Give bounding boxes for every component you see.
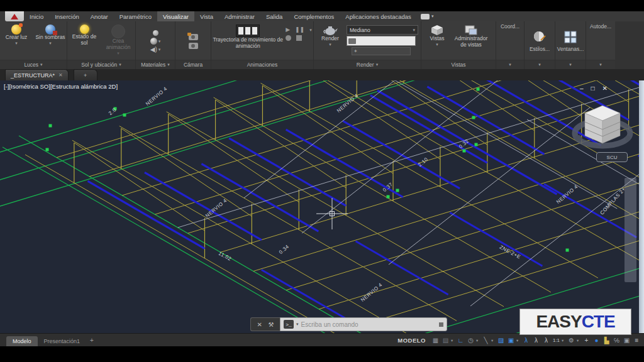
chevron-down-icon[interactable]: ▾	[158, 47, 161, 52]
ribbon-tab-administrar[interactable]: Administrar	[219, 11, 260, 21]
model-tab[interactable]: Modelo	[6, 336, 38, 346]
sun-icon	[80, 25, 89, 34]
ribbon-tab-vista[interactable]: Vista	[194, 11, 219, 21]
chevron-down-icon[interactable]: ▾	[431, 14, 434, 19]
close-icon[interactable]: ✕	[58, 72, 63, 78]
chevron-down-icon[interactable]: ▾	[476, 338, 480, 343]
chevron-down-icon[interactable]: ▾	[158, 39, 161, 44]
panel-ventanas-footer[interactable]: ▾	[555, 60, 586, 69]
wrench-icon[interactable]: ⚒	[268, 321, 274, 328]
pause-icon[interactable]: ❚❚	[295, 27, 304, 33]
annotation-monitor-icon[interactable]: +	[582, 336, 591, 345]
ribbon-tab-inicio[interactable]: Inicio	[24, 11, 49, 21]
panel-autodesk-footer[interactable]: ▾	[586, 60, 615, 69]
play-icon[interactable]: ▶	[286, 27, 290, 33]
viewcube[interactable]	[570, 94, 635, 152]
crear-luz-button[interactable]: Crear luz ▾	[1, 23, 32, 46]
chevron-down-icon[interactable]: ▾	[309, 28, 312, 32]
model-viewport[interactable]: [-][Isométrica SO][Estructura alámbrica …	[0, 80, 644, 333]
panel-materiales-footer[interactable]: Materiales ▾	[136, 60, 175, 69]
ortho-icon[interactable]: ◷	[466, 336, 475, 345]
chevron-down-icon: ▾	[119, 62, 121, 67]
autocad-logo-icon[interactable]	[5, 11, 24, 21]
ribbon-tab-aplicaciones-destacadas[interactable]: Aplicaciones destacadas	[340, 11, 417, 21]
file-tab-label: _ESTRUCTURA*	[11, 72, 55, 79]
panel-animaciones-footer[interactable]: Animaciones	[211, 60, 313, 69]
chevron-down-icon[interactable]: ▾	[577, 338, 581, 343]
isometric-draft-icon[interactable]: ▨	[496, 336, 506, 345]
navigation-bar[interactable]	[625, 178, 636, 282]
panel-luces-footer[interactable]: Luces ▾	[0, 60, 67, 69]
chevron-down-icon[interactable]: ▾	[451, 338, 455, 343]
panel-sol-footer[interactable]: Sol y ubicación ▾	[67, 60, 135, 69]
render-quality-select[interactable]: Mediano ▾	[347, 25, 418, 35]
record-icon[interactable]	[286, 35, 291, 41]
ribbon: Crear luz ▾ Sin sombras ▾ Luces ▾ Estado…	[0, 21, 644, 69]
ribbon-tab-anotar[interactable]: Anotar	[85, 11, 114, 21]
annotation-visibility-icon[interactable]: λ	[521, 336, 531, 345]
sin-sombras-button[interactable]: Sin sombras ▾	[35, 23, 66, 46]
visual-style-icon[interactable]	[533, 31, 547, 43]
workspace-gear-icon[interactable]: ⚙	[567, 336, 576, 345]
panel-estilos-footer[interactable]: ▾	[525, 60, 555, 69]
chevron-down-icon[interactable]: ▾	[516, 338, 521, 343]
minimize-icon[interactable]: –	[580, 85, 584, 92]
close-icon[interactable]: ✕	[257, 321, 262, 328]
sky-animation-icon	[111, 25, 125, 38]
estado-de-sol-button[interactable]: Estado de sol	[69, 23, 100, 47]
render-button[interactable]: Render ▾	[316, 23, 344, 47]
render-output-field[interactable]	[347, 36, 416, 46]
show-cameras-icon[interactable]	[189, 43, 198, 49]
viewports-icon[interactable]	[564, 31, 577, 43]
polar-tracking-icon[interactable]: ╲	[481, 336, 491, 345]
vistas-button[interactable]: Vistas ▾	[426, 23, 448, 47]
autoscale-icon[interactable]: λ	[531, 336, 541, 345]
screencast-icon[interactable]	[421, 14, 430, 19]
layout1-tab[interactable]: Presentación1	[38, 336, 87, 346]
restore-icon[interactable]: □	[591, 85, 595, 92]
material-mapping-icon[interactable]: ◀)	[150, 47, 157, 53]
panel-vistas-footer[interactable]: Vistas	[421, 60, 496, 69]
panel-coord-footer[interactable]: ▾	[496, 60, 524, 69]
ribbon-tab-param-trico[interactable]: Paramétrico	[114, 11, 157, 21]
quick-properties-icon[interactable]: ▙	[602, 336, 611, 345]
panel-render-footer[interactable]: Render ▾	[314, 60, 421, 69]
wireframe-drawing[interactable]	[0, 80, 644, 333]
chevron-down-icon[interactable]: ▾	[491, 338, 496, 343]
administrador-vistas-button[interactable]: Administrador de vistas	[451, 23, 491, 48]
material-browser-icon[interactable]	[153, 30, 158, 36]
create-camera-icon[interactable]	[189, 34, 198, 40]
render-size-field[interactable]: ✦	[352, 47, 411, 55]
units-icon[interactable]: ●	[592, 336, 601, 345]
chevron-down-icon[interactable]: ▾	[562, 338, 566, 343]
close-icon[interactable]: ✕	[602, 85, 608, 92]
viewport-controls-label[interactable]: [-][Isométrica SO][Estructura alámbrica …	[4, 83, 118, 90]
file-tab-estructura[interactable]: _ESTRUCTURA* ✕	[5, 69, 69, 80]
panel-autodesk: Autode... ▾	[586, 21, 615, 69]
lock-ui-icon[interactable]: ℅	[612, 336, 621, 345]
command-input[interactable]: >_ ▾ Escriba un comando	[280, 317, 447, 331]
panel-materiales-title: Materiales	[141, 62, 165, 68]
right-scroll-strip[interactable]	[639, 80, 644, 333]
scu-button[interactable]: SCU	[596, 152, 628, 162]
trayectoria-button[interactable]: Trayectoria de movimiento de animación	[213, 23, 283, 50]
ribbon-tab-inserci-n[interactable]: Inserción	[49, 11, 85, 21]
new-layout-button[interactable]: +	[86, 337, 97, 344]
scale-value[interactable]: 1:1	[552, 336, 561, 345]
chevron-down-icon[interactable]: ▾	[296, 322, 299, 327]
ribbon-tab-visualizar[interactable]: Visualizar	[157, 11, 194, 21]
annotation-scale-icon[interactable]: λ	[541, 336, 551, 345]
isolate-objects-icon[interactable]: ▣	[622, 336, 631, 345]
customization-menu-icon[interactable]: ≡	[632, 336, 641, 345]
material-sphere-icon[interactable]	[150, 38, 157, 45]
new-drawing-tab-button[interactable]: +	[74, 69, 97, 80]
object-snap-icon[interactable]: ▣	[506, 336, 516, 345]
command-drag-handle[interactable]	[439, 322, 443, 327]
stop-icon[interactable]	[296, 35, 302, 41]
dynamic-input-icon[interactable]: ∟	[456, 336, 465, 345]
snap-icon[interactable]: ▤	[441, 336, 450, 345]
panel-camara-footer[interactable]: Cámara	[175, 60, 211, 69]
ribbon-tab-salida[interactable]: Salida	[260, 11, 288, 21]
grid-icon[interactable]: ▦	[431, 336, 440, 345]
ribbon-tab-complementos[interactable]: Complementos	[288, 11, 340, 21]
